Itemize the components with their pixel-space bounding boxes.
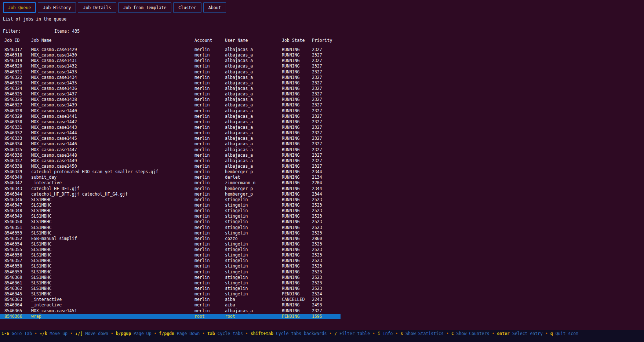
table-row[interactable]: 8546323MOX_casmo.case1435merlinalbajacas…: [0, 80, 341, 86]
table-row[interactable]: 8546338MOX_casmo.case1450merlinalbajacas…: [0, 164, 341, 169]
cell-job-state: RUNNING: [282, 280, 299, 286]
table-row[interactable]: 8546342_interactivemerlinzimmermann_nRUN…: [0, 180, 341, 186]
table-row[interactable]: 8546357SLS1MBHCmerlinstingelinRUNNING252…: [0, 258, 341, 263]
cell-user-name: derlet: [225, 175, 240, 180]
cell-job-name: SLS1MBHC: [31, 275, 51, 280]
table-row[interactable]: 8546339catechol_protonated_H3O_scan_yet_…: [0, 169, 341, 175]
cell-job-state: RUNNING: [282, 286, 299, 291]
table-row[interactable]: 8546349SLS1MBHCmerlinstingelinRUNNING252…: [0, 214, 341, 219]
cell-account: merlin: [194, 247, 210, 252]
table-row[interactable]: 8546359SLS1MBHCmerlinstingelinRUNNING252…: [0, 269, 341, 275]
table-row[interactable]: 8546362SLS1MBHCmerlinstingelinRUNNING252…: [0, 286, 341, 291]
table-row[interactable]: 8546330MOX_casmo.case1442merlinalbajacas…: [0, 119, 341, 125]
table-row[interactable]: 8546344catechol_HF_DFT.gjf catechol_HF_G…: [0, 192, 341, 197]
table-row[interactable]: 8546321MOX_casmo.case1433merlinalbajacas…: [0, 69, 341, 75]
cell-job-state: RUNNING: [282, 114, 299, 119]
cell-account: merlin: [194, 241, 210, 247]
table-row[interactable]: 8546353SLS1MBHCmerlinstingelinRUNNING252…: [0, 230, 341, 236]
cell-priority: 2523: [312, 263, 322, 269]
cell-priority: 2327: [312, 102, 322, 108]
table-row[interactable]: 8546347SLS1MBHCmerlinstingelinRUNNING252…: [0, 203, 341, 208]
cell-account: merlin: [194, 302, 210, 308]
cell-job-name: SLS1MBHC: [31, 263, 51, 269]
table-row[interactable]: 8546331MOX_casmo.case1443merlinalbajacas…: [0, 125, 341, 130]
table-row[interactable]: 8546328MOX_casmo.case1440merlinalbajacas…: [0, 108, 341, 114]
tab-about[interactable]: About: [203, 2, 226, 13]
cell-priority: 2327: [312, 75, 322, 80]
cell-account: merlin: [194, 230, 210, 236]
table-row[interactable]: 8546346SLS1MBHCmerlinstingelinRUNNING252…: [0, 197, 341, 203]
table-row[interactable]: 8546354SLS1MBHCmerlinstingelinRUNNING252…: [0, 241, 341, 247]
table-row[interactable]: 8546336MOX_casmo.case1448merlinalbajacas…: [0, 153, 341, 158]
cell-priority: 2523: [312, 241, 322, 247]
cell-priority: 2327: [312, 125, 322, 130]
cell-user-name: albajacas_a: [225, 164, 253, 169]
table-row[interactable]: 8546337MOX_casmo.case1449merlinalbajacas…: [0, 158, 341, 164]
table-row[interactable]: 8546356SLS1MBHCmerlinstingelinRUNNING252…: [0, 252, 341, 258]
table-row[interactable]: 8546332MOX_casmo.case1444merlinalbajacas…: [0, 130, 341, 136]
cell-account: merlin: [194, 186, 210, 192]
table-row[interactable]: 8546358SLS1MBHCmerlinstingelinRUNNING252…: [0, 263, 341, 269]
cell-account: merlin: [194, 153, 210, 158]
table-row[interactable]: 8546317MOX_casmo.case1429merlinalbajacas…: [0, 47, 341, 52]
shortcut-key: c: [451, 331, 454, 336]
cell-user-name: albajacas_a: [225, 147, 253, 153]
table-row[interactable]: 8546326MOX_casmo.case1438merlinalbajacas…: [0, 97, 341, 102]
cell-account: merlin: [194, 258, 210, 263]
table-row[interactable]: 8546351SLS1MBHCmerlinstingelinRUNNING252…: [0, 225, 341, 230]
table-row[interactable]: 8546348SLS1MBHCmerlinstingelinRUNNING252…: [0, 208, 341, 214]
cell-user-name: stingelin: [225, 275, 248, 280]
table-row[interactable]: 8546363_interactivemerlinaibaCANCELLED22…: [0, 297, 341, 302]
table-row[interactable]: 8546360SLS1MBHCmerlinstingelinRUNNING252…: [0, 275, 341, 280]
cell-job-name: SLS1MBHC: [31, 219, 51, 225]
table-row[interactable]: 8546350SLS1MBHCmerlinstingelinRUNNING252…: [0, 219, 341, 225]
tab-job-from-template[interactable]: Job from Template: [118, 2, 172, 13]
cell-job-name: MOX_casmo.case1430: [31, 52, 77, 58]
cell-user-name: stingelin: [225, 230, 248, 236]
table-row[interactable]: 8546335MOX_casmo.case1447merlinalbajacas…: [0, 147, 341, 153]
shortcut-description: Show Counters: [454, 331, 490, 336]
table-row[interactable]: 8546355SLS1MBHCmerlinstingelinRUNNING252…: [0, 247, 341, 252]
cell-job-id: 8546348: [4, 208, 22, 214]
table-row[interactable]: 8546334MOX_casmo.case1446merlinalbajacas…: [0, 141, 341, 147]
separator-bullet: •: [32, 331, 40, 336]
cell-job-id: 8546331: [4, 125, 22, 130]
cell-account: merlin: [194, 130, 210, 136]
shortcut-key: q: [550, 331, 553, 336]
shortcut-description: Page Down: [174, 331, 200, 336]
shortcut-description: Cycle tabs: [215, 331, 243, 336]
table-row[interactable]: 8546343catechol_HF_DFT.gjfmerlinhemberge…: [0, 186, 341, 192]
table-row[interactable]: 8546345SLS1MBHCmerlinstingelinPENDING252…: [0, 291, 341, 297]
table-row[interactable]: 8546320MOX_casmo.case1432merlinalbajacas…: [0, 63, 341, 69]
table-row[interactable]: 8546329MOX_casmo.case1441merlinalbajacas…: [0, 114, 341, 119]
separator-bullet: •: [68, 331, 75, 336]
table-row[interactable]: 8546361SLS1MBHCmerlinstingelinRUNNING252…: [0, 280, 341, 286]
table-row[interactable]: 8546322MOX_casmo.case1434merlinalbajacas…: [0, 75, 341, 80]
table-row[interactable]: 8546333MOX_casmo.case1445merlinalbajacas…: [0, 136, 341, 141]
cell-job-state: RUNNING: [282, 219, 299, 225]
cell-account: merlin: [194, 308, 210, 314]
cell-user-name: stingelin: [225, 291, 248, 297]
cell-priority: 2523: [312, 275, 322, 280]
cell-job-name: MOX_casmo.case1431: [31, 58, 77, 63]
cell-account: merlin: [194, 203, 210, 208]
tab-job-details[interactable]: Job Details: [78, 2, 116, 13]
tab-job-history[interactable]: Job History: [38, 2, 76, 13]
table-row[interactable]: 8546318MOX_casmo.case1430merlinalbajacas…: [0, 52, 341, 58]
cell-job-name: MOX_casmo.case1445: [31, 136, 77, 141]
table-row[interactable]: 8546327MOX_casmo.case1439merlinalbajacas…: [0, 102, 341, 108]
table-row[interactable]: 8546364_interactivemerlinaibaRUNNING2493: [0, 302, 341, 308]
table-row[interactable]: 8546366wraprootrootPENDING1595: [0, 314, 341, 319]
table-row[interactable]: 8546319MOX_casmo.case1431merlinalbajacas…: [0, 58, 341, 63]
cell-account: merlin: [194, 69, 210, 75]
cell-job-state: RUNNING: [282, 230, 299, 236]
tab-cluster[interactable]: Cluster: [173, 2, 201, 13]
table-row[interactable]: 8546352ESB-manual_simplifmerlincozzoRUNN…: [0, 236, 341, 241]
table-row[interactable]: 8546325MOX_casmo.case1437merlinalbajacas…: [0, 91, 341, 97]
table-row[interactable]: 8546365MOX_casmo.case1451merlinalbajacas…: [0, 308, 341, 314]
cell-job-state: RUNNING: [282, 275, 299, 280]
table-row[interactable]: 8546324MOX_casmo.case1436merlinalbajacas…: [0, 86, 341, 91]
cell-job-id: 8546347: [4, 203, 22, 208]
table-row[interactable]: 8546340submit_daymerlinderletRUNNING2134: [0, 175, 341, 180]
tab-job-queue[interactable]: Job Queue: [3, 2, 36, 13]
